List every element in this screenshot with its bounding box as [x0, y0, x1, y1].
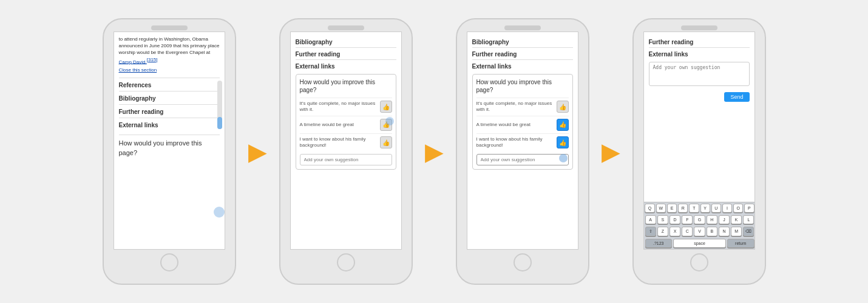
key-f[interactable]: F — [682, 215, 693, 224]
thumb-family[interactable]: 👍 — [380, 136, 392, 148]
key-space[interactable]: space — [673, 239, 726, 248]
phone-2: Bibliography Further reading External li… — [279, 18, 413, 285]
option-timeline-text-3: A timeline would be great — [476, 122, 554, 128]
send-button[interactable]: Send — [724, 92, 749, 102]
option-complete-3: It's quite complete, no major issues wit… — [476, 98, 569, 116]
key-s[interactable]: S — [657, 215, 668, 224]
option-family-text-3: I want to know about his family backgrou… — [476, 136, 554, 149]
bibliography-section: Bibliography — [119, 91, 220, 104]
phone-4: Further reading External links Send Q W … — [632, 18, 766, 285]
improve-title-3: How would you improve this page? — [476, 78, 569, 94]
key-n[interactable]: N — [719, 227, 730, 236]
input-dot-3 — [559, 154, 568, 162]
key-m[interactable]: M — [731, 227, 742, 236]
key-t[interactable]: T — [689, 204, 699, 213]
suggestion-input-2[interactable] — [300, 154, 392, 165]
key-d[interactable]: D — [670, 215, 680, 224]
phone-3-screen: Bibliography Further reading External li… — [467, 32, 578, 250]
external-links-section-4: External links — [649, 47, 750, 59]
key-123[interactable]: .?123 — [645, 239, 673, 248]
external-links-section: External links — [119, 118, 220, 131]
option-family-text: I want to know about his family backgrou… — [300, 136, 378, 149]
improve-box-2: How would you improve this page? It's qu… — [296, 74, 396, 170]
option-timeline: A timeline would be great 👍 — [300, 116, 392, 133]
camp-david-link[interactable]: Camp David. — [119, 59, 147, 64]
home-button-3[interactable] — [514, 253, 532, 271]
external-links-section-3: External links — [472, 59, 573, 72]
phone-1-content: to attend regularly in Washington, Obama… — [114, 32, 225, 161]
key-delete[interactable]: ⌫ — [743, 227, 754, 236]
keyboard-row-2: A S D F G H J K L — [644, 214, 755, 225]
bibliography-section-3: Bibliography — [472, 36, 573, 47]
arrow-2: ▶ — [425, 138, 444, 165]
phone-3: Bibliography Further reading External li… — [456, 18, 589, 285]
key-w[interactable]: W — [656, 204, 666, 213]
further-reading-section-3: Further reading — [472, 47, 573, 59]
external-links-section-2: External links — [296, 59, 396, 72]
key-return[interactable]: return — [727, 239, 754, 248]
key-z[interactable]: Z — [657, 227, 668, 236]
further-reading-section: Further reading — [119, 104, 220, 118]
key-h[interactable]: H — [707, 215, 717, 224]
home-button-1[interactable] — [160, 253, 178, 271]
option-family-3: I want to know about his family backgrou… — [476, 133, 569, 152]
key-b[interactable]: B — [707, 227, 717, 236]
key-l[interactable]: L — [743, 215, 754, 224]
scrollbar-track — [217, 81, 222, 129]
key-u[interactable]: U — [711, 204, 721, 213]
suggestion-textarea[interactable] — [649, 62, 750, 86]
key-r[interactable]: R — [678, 204, 688, 213]
arrow-3: ▶ — [602, 138, 620, 165]
references-section: References — [119, 78, 220, 91]
scrollbar-thumb[interactable] — [217, 117, 222, 129]
further-reading-section-4: Further reading — [649, 36, 750, 47]
option-family: I want to know about his family backgrou… — [300, 133, 392, 152]
option-complete: It's quite complete, no major issues wit… — [300, 98, 392, 116]
home-button-2[interactable] — [337, 253, 355, 271]
key-p[interactable]: P — [744, 204, 754, 213]
option-complete-text-3: It's quite complete, no major issues wit… — [476, 101, 554, 113]
phone-3-content: Bibliography Further reading External li… — [467, 32, 578, 173]
key-e[interactable]: E — [667, 204, 677, 213]
footnote: [315] — [147, 57, 158, 62]
key-y[interactable]: Y — [700, 204, 710, 213]
thumb-complete-3[interactable]: 👍 — [557, 101, 569, 113]
keyboard-row-1: Q W E R T Y U I O P — [644, 202, 755, 214]
thumb-timeline-3[interactable]: 👍 — [557, 119, 569, 131]
suggestion-input-3[interactable] — [476, 154, 569, 165]
phone-1-screen: to attend regularly in Washington, Obama… — [114, 32, 225, 250]
phone-1: to attend regularly in Washington, Obama… — [103, 18, 236, 285]
key-a[interactable]: A — [645, 215, 656, 224]
option-complete-text: It's quite complete, no major issues wit… — [300, 101, 378, 113]
key-x[interactable]: X — [670, 227, 680, 236]
improve-title-2: How would you improve this page? — [300, 78, 392, 94]
thumb-family-3[interactable]: 👍 — [557, 136, 569, 148]
key-g[interactable]: G — [694, 215, 705, 224]
body-text: to attend regularly in Washington, Obama… — [119, 36, 220, 65]
key-k[interactable]: K — [731, 215, 742, 224]
keyboard-row-3: ⇧ Z X C V B N M ⌫ — [644, 225, 755, 238]
key-c[interactable]: C — [682, 227, 693, 236]
key-j[interactable]: J — [719, 215, 730, 224]
thumb-timeline[interactable]: 👍 — [380, 119, 392, 131]
further-reading-section-2: Further reading — [296, 47, 396, 59]
key-v[interactable]: V — [694, 227, 705, 236]
close-section-link[interactable]: Close this section — [119, 67, 220, 73]
phone-2-content: Bibliography Further reading External li… — [291, 32, 401, 173]
scroll-dot — [214, 207, 225, 218]
option-timeline-text: A timeline would be great — [300, 122, 378, 128]
keyboard-row-4: .?123 space return — [644, 238, 755, 249]
thumb-complete[interactable]: 👍 — [380, 101, 392, 113]
key-i[interactable]: I — [722, 204, 732, 213]
key-o[interactable]: O — [733, 204, 743, 213]
phone-2-screen: Bibliography Further reading External li… — [290, 32, 402, 250]
home-button-4[interactable] — [690, 253, 708, 271]
phone-4-content: Further reading External links Send — [644, 32, 754, 105]
keyboard: Q W E R T Y U I O P A S D F G H J K L — [644, 202, 755, 249]
improve-question: How would you improve this page? — [119, 135, 220, 158]
phone-4-screen: Further reading External links Send Q W … — [643, 32, 755, 250]
key-shift[interactable]: ⇧ — [645, 227, 656, 236]
improve-box-3: How would you improve this page? It's qu… — [472, 74, 573, 170]
key-q[interactable]: Q — [645, 204, 654, 213]
arrow-1: ▶ — [248, 138, 267, 165]
